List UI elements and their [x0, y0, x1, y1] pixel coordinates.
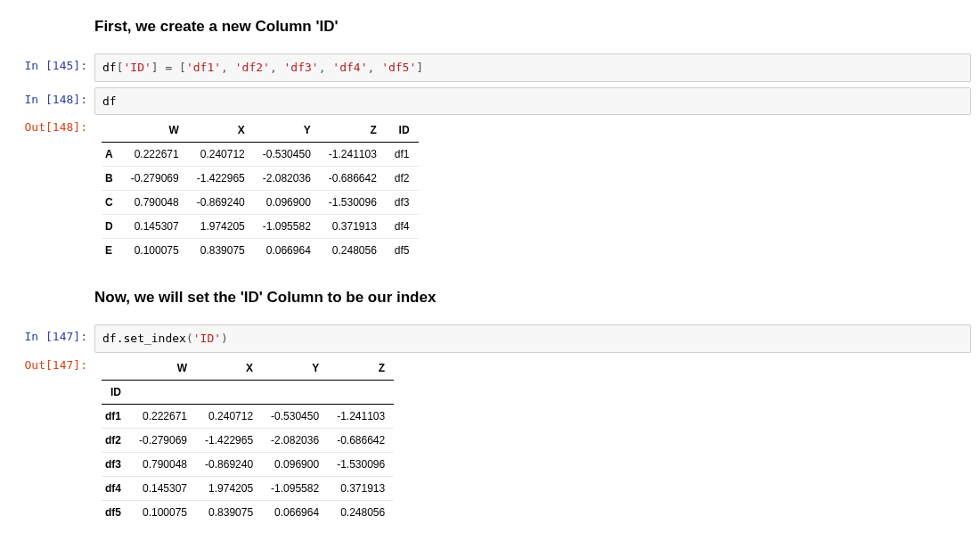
output-area: WXYZIDdf10.2226710.240712-0.530450-1.241…	[94, 353, 971, 533]
table-cell: 0.145307	[122, 215, 188, 239]
markdown-heading: Now, we will set the 'ID' Column to be o…	[94, 289, 971, 307]
table-cell: 0.066964	[254, 239, 320, 263]
table-cell: -0.530450	[262, 404, 328, 428]
code-token: ] = [	[151, 61, 186, 74]
row-index: D	[102, 215, 122, 239]
row-index: df5	[102, 500, 130, 524]
input-prompt: In [148]:	[9, 87, 94, 106]
table-column-header: Z	[328, 356, 394, 381]
table-cell: -1.530096	[328, 452, 394, 476]
code-token: ,	[319, 61, 333, 74]
table-cell: -0.869240	[196, 452, 262, 476]
code-token: 'df5'	[381, 61, 416, 74]
table-cell: -0.279069	[130, 428, 196, 452]
table-cell: 0.240712	[188, 143, 254, 167]
table-cell: 0.839075	[196, 500, 262, 524]
table-cell: 0.222671	[122, 143, 188, 167]
markdown-cell: First, we create a new Column 'ID'	[9, 5, 971, 48]
table-cell: -1.422965	[196, 428, 262, 452]
table-cell: 1.974205	[188, 215, 254, 239]
table-row: D0.1453071.974205-1.0955820.371913df4	[102, 215, 419, 239]
table-column-header: W	[122, 119, 188, 143]
table-row: df40.1453071.974205-1.0955820.371913	[102, 476, 394, 500]
table-cell: -0.686642	[328, 428, 394, 452]
dataframe-table: WXYZIDdf10.2226710.240712-0.530450-1.241…	[102, 356, 394, 524]
code-token: df.set_index	[102, 332, 186, 345]
row-index: df2	[102, 428, 130, 452]
table-column-header: X	[196, 356, 262, 381]
table-column-header: W	[130, 356, 196, 381]
code-token: 'ID'	[193, 332, 221, 345]
table-cell: 0.145307	[130, 476, 196, 500]
row-index: df3	[102, 452, 130, 476]
table-cell: 0.248056	[328, 500, 394, 524]
table-cell: 0.240712	[196, 404, 262, 428]
code-token: ,	[221, 61, 235, 74]
markdown-heading: First, we create a new Column 'ID'	[94, 18, 971, 36]
row-index: C	[102, 191, 122, 215]
table-row: B-0.279069-1.422965-2.082036-0.686642df2	[102, 167, 419, 191]
table-cell: 0.096900	[254, 191, 320, 215]
row-index: B	[102, 167, 122, 191]
table-cell: df4	[386, 215, 419, 239]
table-cell: -1.241103	[328, 404, 394, 428]
table-column-header: X	[188, 119, 254, 143]
markdown-cell: Now, we will set the 'ID' Column to be o…	[9, 276, 971, 319]
table-cell: -2.082036	[254, 167, 320, 191]
table-row: df30.790048-0.8692400.096900-1.530096	[102, 452, 394, 476]
row-index: df4	[102, 476, 130, 500]
code-token: ]	[416, 61, 423, 74]
table-cell: -1.530096	[320, 191, 386, 215]
table-row: df50.1000750.8390750.0669640.248056	[102, 500, 394, 524]
table-cell: 0.371913	[328, 476, 394, 500]
code-token: ,	[270, 61, 284, 74]
table-index-header	[102, 119, 122, 143]
input-prompt: In [147]:	[9, 324, 94, 343]
code-token: 'df1'	[186, 61, 221, 74]
table-cell: 0.248056	[320, 239, 386, 263]
output-prompt: Out[148]:	[9, 115, 94, 134]
table-cell: 0.096900	[262, 452, 328, 476]
table-cell: 0.100075	[122, 239, 188, 263]
table-cell: 0.066964	[262, 500, 328, 524]
table-column-header: Y	[262, 356, 328, 381]
table-cell: -1.241103	[320, 143, 386, 167]
dataframe-table: WXYZIDA0.2226710.240712-0.530450-1.24110…	[102, 119, 419, 262]
table-cell: -0.530450	[254, 143, 320, 167]
code-token: )	[221, 332, 228, 345]
code-token: ,	[367, 61, 381, 74]
table-column-header: Z	[320, 119, 386, 143]
table-cell: 0.222671	[130, 404, 196, 428]
code-token: 'df3'	[284, 61, 319, 74]
table-index-name: ID	[102, 380, 130, 404]
code-cell: In [147]: df.set_index('ID') Out[147]: W…	[9, 324, 971, 533]
table-cell: 0.790048	[122, 191, 188, 215]
table-index-header	[102, 356, 130, 381]
table-row: df10.2226710.240712-0.530450-1.241103	[102, 404, 394, 428]
table-column-header: ID	[386, 119, 419, 143]
table-cell: 0.839075	[188, 239, 254, 263]
table-cell: 0.100075	[130, 500, 196, 524]
code-input[interactable]: df.set_index('ID')	[94, 324, 971, 353]
input-prompt: In [145]:	[9, 53, 94, 72]
table-cell: df1	[386, 143, 419, 167]
table-row: E0.1000750.8390750.0669640.248056df5	[102, 239, 419, 263]
code-token: 'df4'	[332, 61, 367, 74]
output-prompt: Out[147]:	[9, 353, 94, 372]
code-input[interactable]: df['ID'] = ['df1', 'df2', 'df3', 'df4', …	[94, 53, 971, 82]
table-cell: -0.686642	[320, 167, 386, 191]
code-token: 'df2'	[235, 61, 270, 74]
code-token: df	[102, 61, 117, 74]
table-cell: 1.974205	[196, 476, 262, 500]
row-index: A	[102, 143, 122, 167]
code-token: (	[186, 332, 193, 345]
table-cell: -1.095582	[254, 215, 320, 239]
code-cell: In [145]: df['ID'] = ['df1', 'df2', 'df3…	[9, 53, 971, 82]
table-cell: df5	[386, 239, 419, 263]
code-cell: In [148]: df Out[148]: WXYZIDA0.2226710.…	[9, 87, 971, 272]
table-cell: df2	[386, 167, 419, 191]
code-input[interactable]: df	[94, 87, 971, 116]
table-cell: 0.790048	[130, 452, 196, 476]
row-index: E	[102, 239, 122, 263]
table-cell: -0.279069	[122, 167, 188, 191]
